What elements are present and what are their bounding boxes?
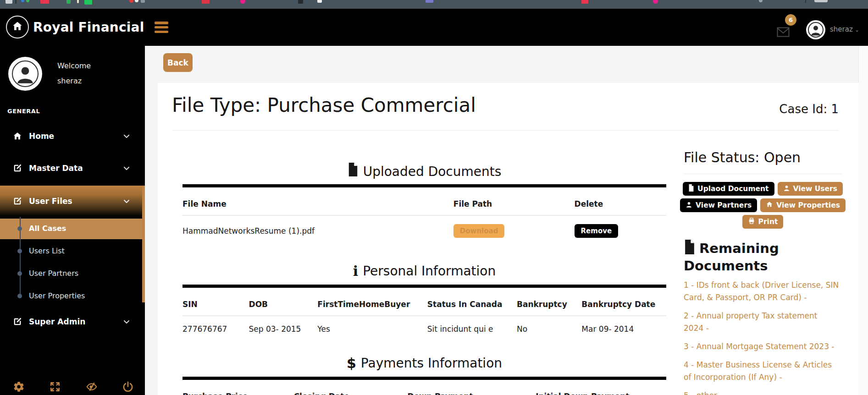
remaining-document-item[interactable]: 2 - Annual property Tax statement 2024 - bbox=[684, 310, 840, 335]
taskbar-fragment bbox=[240, 0, 245, 4]
chevron-down-icon bbox=[123, 318, 130, 325]
page-title: File Type: Purchase Commercial bbox=[172, 94, 476, 116]
sidebar-subitem-user-partners[interactable]: User Partners bbox=[29, 269, 78, 278]
remaining-document-item[interactable]: 5 - other - bbox=[684, 390, 840, 395]
sidebar-subitem-users-list[interactable]: Users List bbox=[29, 247, 65, 255]
bullet-icon bbox=[17, 249, 22, 253]
fullscreen-icon[interactable] bbox=[49, 381, 61, 393]
upload-document-button[interactable]: Uplaod Document bbox=[683, 182, 774, 196]
view-properties-button[interactable]: View Properties bbox=[760, 198, 846, 212]
column-header: Initial Down Payment bbox=[536, 380, 666, 395]
sidebar-item-label: User Files bbox=[29, 197, 72, 206]
case-side-panel: File Status: Open Uplaod Document View U… bbox=[684, 147, 842, 395]
remove-button[interactable]: Remove bbox=[575, 224, 619, 238]
info-icon: i bbox=[353, 263, 358, 280]
first-time-home-buyer-cell: Yes bbox=[317, 316, 427, 342]
user-avatar[interactable] bbox=[806, 20, 825, 39]
sidebar-item-label: Super Admin bbox=[29, 317, 85, 326]
file-icon bbox=[684, 240, 696, 254]
brand-title: Royal Financial bbox=[33, 20, 144, 35]
taskbar-fragment bbox=[84, 0, 92, 5]
taskbar-fragment bbox=[77, 0, 79, 3]
chevron-down-icon: ⌄ bbox=[855, 27, 859, 33]
user-icon bbox=[783, 185, 790, 193]
taskbar-fragment bbox=[317, 0, 322, 3]
username-label: sheraz bbox=[830, 25, 853, 33]
sin-cell: 277676767 bbox=[182, 316, 249, 342]
taskbar-fragment bbox=[15, 0, 17, 4]
user-menu[interactable]: sheraz ⌄ bbox=[830, 25, 859, 33]
sidebar-item-user-files[interactable]: User Files bbox=[0, 191, 145, 211]
view-users-button[interactable]: View Users bbox=[778, 182, 843, 196]
remaining-document-item[interactable]: 3 - Annual Mortgage Statement 2023 - bbox=[684, 340, 840, 353]
divider bbox=[172, 130, 839, 131]
case-detail-card: File Type: Purchase Commercial Case Id: … bbox=[158, 83, 859, 395]
column-header: Status In Canada bbox=[427, 288, 517, 316]
person-icon bbox=[12, 60, 39, 87]
app-header: Royal Financial 6 sheraz ⌄ bbox=[0, 9, 868, 46]
taskbar-fragment bbox=[581, 0, 588, 4]
sidebar-item-label: Home bbox=[29, 132, 54, 141]
section-rule bbox=[182, 184, 666, 187]
view-partners-button[interactable]: View Partners bbox=[680, 198, 757, 212]
personal-information-heading: i Personal Information bbox=[182, 263, 666, 280]
print-button[interactable]: Print bbox=[742, 215, 784, 229]
sidebar-item-home[interactable]: Home bbox=[0, 126, 145, 146]
edit-square-icon bbox=[12, 163, 23, 174]
bankruptcy-date-cell: Mar 09- 2014 bbox=[581, 316, 666, 342]
case-action-buttons: Uplaod Document View Users View Partners bbox=[684, 182, 842, 229]
uploaded-documents-table: File Name File Path Delete HammadNetwork… bbox=[182, 187, 666, 246]
table-row: HammadNetworksResume (1).pdf Download Re… bbox=[182, 215, 666, 246]
section-rule bbox=[182, 377, 666, 380]
sidebar-subitem-user-properties[interactable]: User Properties bbox=[29, 291, 85, 300]
column-header: Bankruptcy Date bbox=[581, 288, 666, 316]
taskbar-fragment bbox=[21, 0, 24, 2]
sidebar-username: sheraz bbox=[57, 77, 82, 85]
sidebar: Welcome sheraz GENERAL Home Master Data bbox=[0, 46, 145, 395]
home-icon bbox=[766, 201, 773, 210]
file-icon bbox=[348, 163, 359, 181]
remaining-document-item[interactable]: 4 - Master Business License & Articles o… bbox=[684, 359, 840, 384]
remaining-documents-heading: Remaining Documents bbox=[684, 240, 830, 274]
remaining-document-item[interactable]: 1 - IDs front & back (Driver License, SI… bbox=[684, 279, 840, 304]
taskbar-fragment bbox=[653, 0, 658, 4]
bullet-icon bbox=[17, 294, 22, 298]
taskbar-fragment bbox=[135, 0, 138, 2]
printer-icon bbox=[748, 217, 755, 226]
download-button[interactable]: Download bbox=[453, 224, 505, 238]
sidebar-item-label: Master Data bbox=[29, 164, 83, 173]
brand-logo[interactable] bbox=[6, 16, 29, 38]
settings-gear-icon[interactable] bbox=[13, 381, 25, 393]
status-in-canada-cell: Sit incidunt qui e bbox=[427, 316, 517, 342]
home-icon bbox=[11, 20, 23, 34]
sidebar-item-super-admin[interactable]: Super Admin bbox=[0, 312, 145, 332]
remaining-documents-list: 1 - IDs front & back (Driver License, SI… bbox=[684, 279, 840, 395]
taskbar-fragment bbox=[814, 0, 828, 2]
page-scrollbar[interactable] bbox=[858, 46, 868, 395]
taskbar-fragment bbox=[6, 0, 12, 4]
file-icon bbox=[688, 184, 694, 193]
sidebar-item-master-data[interactable]: Master Data bbox=[0, 158, 145, 178]
eye-slash-icon[interactable] bbox=[86, 381, 98, 393]
case-main-column: Uploaded Documents File Name File Path D… bbox=[182, 156, 666, 395]
messages-button[interactable]: 6 bbox=[777, 14, 799, 41]
sidebar-subitem-all-cases[interactable]: All Cases bbox=[29, 224, 66, 233]
bullet-icon bbox=[17, 226, 22, 231]
column-header: Closing Date bbox=[294, 380, 408, 395]
divider bbox=[684, 174, 842, 174]
chevron-down-icon bbox=[123, 198, 130, 205]
payments-information-table: Purchase Price Closing Date Down Payment… bbox=[182, 380, 666, 395]
sidebar-section-label: GENERAL bbox=[7, 108, 40, 115]
chevron-down-icon bbox=[123, 165, 130, 172]
section-rule bbox=[182, 285, 666, 288]
payments-information-heading: $ Payments Information bbox=[182, 355, 666, 372]
column-header: Delete bbox=[575, 187, 666, 215]
uploaded-documents-heading: Uploaded Documents bbox=[182, 163, 666, 181]
table-row: 277676767 Sep 03- 2015 Yes Sit incidunt … bbox=[182, 316, 666, 342]
taskbar-fragment bbox=[426, 0, 433, 3]
column-header: SIN bbox=[182, 288, 249, 316]
user-icon bbox=[686, 201, 692, 210]
back-button[interactable]: Back bbox=[163, 53, 193, 72]
sidebar-toggle-button[interactable] bbox=[155, 22, 168, 33]
power-icon[interactable] bbox=[122, 381, 134, 393]
